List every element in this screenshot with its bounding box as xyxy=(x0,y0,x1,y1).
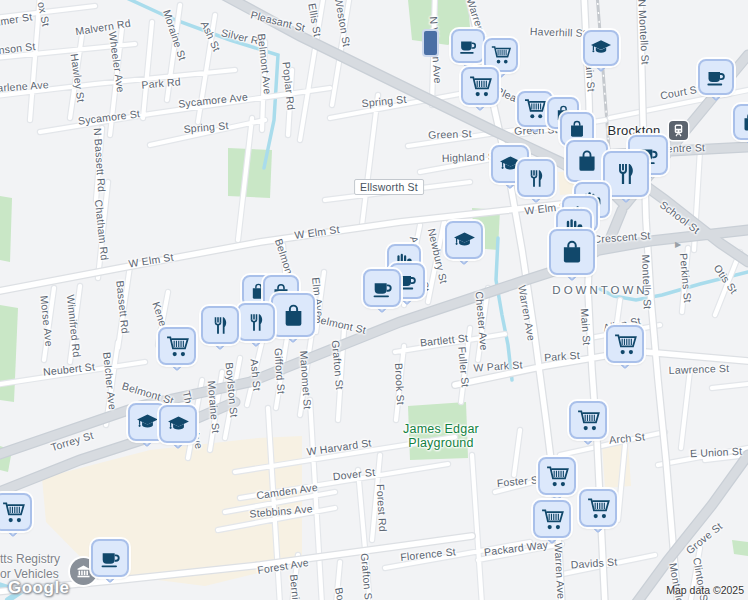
street-label: Brook St xyxy=(393,363,407,405)
small-blue-marker[interactable] xyxy=(422,29,439,57)
registry-poi-label: tts Registry or Vehicles xyxy=(0,552,60,581)
street-label: Lawrence St xyxy=(669,362,730,376)
street-label: Green St xyxy=(428,127,472,141)
cart-icon xyxy=(468,74,493,99)
poi-pin-cart[interactable] xyxy=(533,500,571,538)
poi-pin-gradcap[interactable] xyxy=(159,405,197,443)
poi-pin-bag[interactable] xyxy=(549,229,595,275)
poi-pin-gradcap[interactable] xyxy=(583,30,619,66)
restaurant-icon xyxy=(244,310,269,335)
poi-pin-restaurant[interactable] xyxy=(201,306,239,344)
cart-icon xyxy=(523,97,547,121)
poi-pin-cart[interactable] xyxy=(606,325,644,363)
street-label: Highland St xyxy=(442,150,499,164)
bag-icon xyxy=(557,237,587,267)
registry-label-line1: tts Registry xyxy=(0,552,60,567)
poi-pin-cart[interactable] xyxy=(538,457,576,495)
district-label: DOWNTOWN xyxy=(552,284,647,296)
bag-icon xyxy=(279,301,308,330)
train-station-icon[interactable] xyxy=(669,121,688,140)
gradcap-icon xyxy=(166,412,191,437)
cart-icon xyxy=(613,332,638,357)
cart-icon xyxy=(576,408,601,433)
poi-pin-restaurant[interactable] xyxy=(237,303,275,341)
poi-pin-cart[interactable] xyxy=(158,327,196,365)
cart-icon xyxy=(1,500,26,525)
gradcap-icon xyxy=(135,410,160,435)
cart-icon xyxy=(540,507,565,532)
street-label: Berni xyxy=(288,574,302,600)
poi-pin-restaurant[interactable] xyxy=(517,159,555,197)
park-label-line2: Playground xyxy=(403,436,479,450)
cart-icon xyxy=(545,464,570,489)
street-label: Park St xyxy=(544,349,581,363)
bag-icon xyxy=(566,118,588,140)
map-canvas[interactable]: ▶ ▶ lmer Stox Stnson Starlene AveHawley … xyxy=(0,0,748,600)
street-label: Haverhill St xyxy=(530,25,586,39)
poi-pin-cart[interactable] xyxy=(579,489,617,527)
cart-icon xyxy=(165,334,190,359)
bag-icon xyxy=(739,110,748,134)
poi-pin-cart[interactable] xyxy=(0,493,32,531)
street-label: Main St xyxy=(579,308,594,346)
park-label-line1: James Edgar xyxy=(403,422,479,436)
cart-icon xyxy=(490,44,512,66)
coffee-icon xyxy=(704,65,728,89)
poi-pin-coffee[interactable] xyxy=(451,29,485,63)
restaurant-icon xyxy=(208,313,233,338)
poi-pin-coffee[interactable] xyxy=(91,539,129,577)
poi-pin-gradcap[interactable] xyxy=(445,221,483,259)
poi-pin-cart[interactable] xyxy=(461,67,499,105)
street-label: Montello St xyxy=(640,254,654,309)
park-label: James Edgar Playground xyxy=(403,422,479,450)
poi-pin-coffee[interactable] xyxy=(698,59,734,95)
poi-pin-bag[interactable] xyxy=(271,293,315,337)
google-logo[interactable]: Google xyxy=(8,578,70,598)
poi-pin-cart[interactable] xyxy=(569,401,607,439)
coffee-icon xyxy=(370,276,395,301)
map-attribution: Map data ©2025 xyxy=(666,584,744,596)
street-label: Forest Rd xyxy=(375,484,389,532)
poi-pin-coffee[interactable] xyxy=(363,269,401,307)
street-label: Bo xyxy=(333,586,347,600)
gradcap-icon xyxy=(452,228,477,253)
restaurant-icon xyxy=(611,159,641,189)
bag-icon xyxy=(573,147,601,175)
gradcap-icon xyxy=(589,36,613,60)
cart-icon xyxy=(586,496,611,521)
one-way-arrow: ▶ xyxy=(675,241,681,249)
coffee-icon xyxy=(98,546,123,571)
street-label: Ellsworth St xyxy=(354,179,424,195)
poi-pin-bag[interactable] xyxy=(566,140,608,182)
restaurant-icon xyxy=(524,166,549,191)
poi-pin-bag[interactable] xyxy=(733,104,748,140)
coffee-icon xyxy=(457,35,479,57)
